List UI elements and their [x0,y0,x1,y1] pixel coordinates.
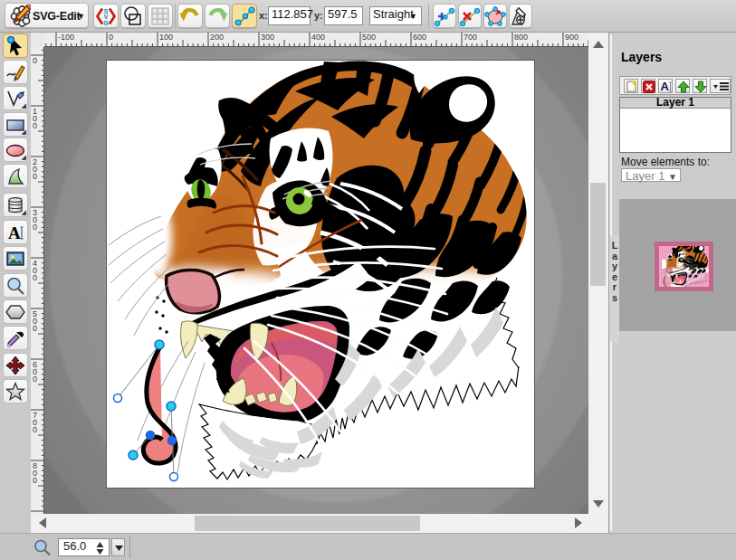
svg-text:100: 100 [33,107,37,130]
svg-text:700: 700 [464,33,477,42]
svg-text:900: 900 [565,33,578,42]
svg-text:300: 300 [261,33,274,42]
svg-text:300: 300 [33,208,37,232]
svg-text:400: 400 [33,259,37,282]
svg-text:600: 600 [413,33,426,42]
svg-text:600: 600 [33,360,37,384]
svg-text:0: 0 [109,33,113,42]
svg-text:800: 800 [33,461,37,485]
svg-text:0: 0 [33,56,37,65]
svg-text:400: 400 [311,33,325,42]
svg-text:200: 200 [210,33,224,42]
svg-text:200: 200 [33,157,37,181]
svg-text:-100: -100 [58,33,74,42]
svg-text:500: 500 [362,33,376,42]
svg-text:700: 700 [33,411,37,434]
svg-text:A: A [8,223,21,242]
svg-text:G: G [103,19,109,25]
svg-text:500: 500 [33,309,37,333]
svg-text:100: 100 [159,33,173,42]
svg-text:A: A [661,80,670,93]
svg-text:800: 800 [514,33,528,42]
